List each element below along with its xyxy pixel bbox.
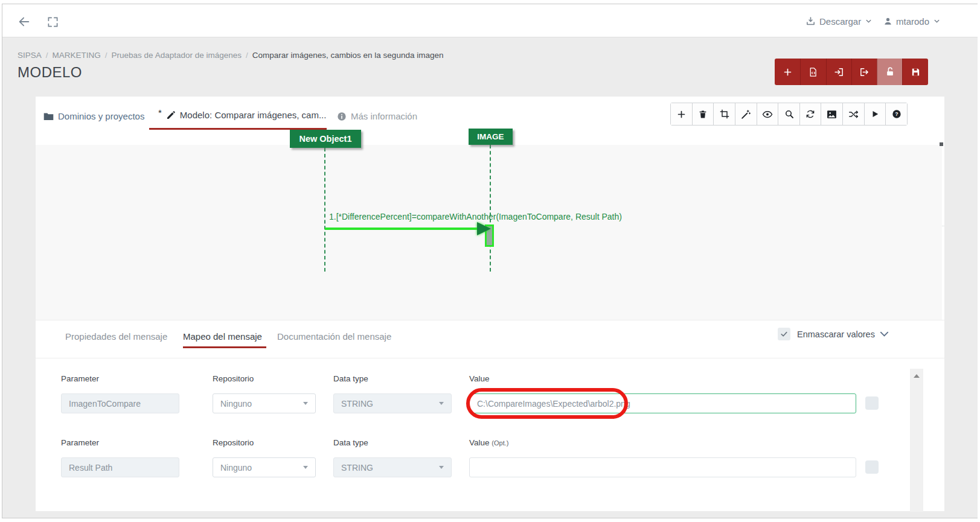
model-card: Dominios y proyectos * Modelo: Comparar …: [36, 97, 944, 511]
breadcrumb: SIPSA / MARKETING / Pruebas de Adaptador…: [18, 51, 443, 60]
unlock-icon: [885, 66, 895, 77]
delete-button[interactable]: [692, 103, 714, 125]
parameter-label: Parameter: [61, 374, 99, 383]
shuffle-icon: [848, 110, 859, 119]
message-arrow-line[interactable]: [325, 228, 478, 230]
select-caret-icon: [439, 402, 444, 405]
message-label[interactable]: 1.[*DifferencePercent]=compareWithAnothe…: [329, 212, 622, 221]
message-panel: Propiedades del mensaje Mapeo del mensaj…: [36, 320, 944, 511]
parameter-input[interactable]: ImagenToCompare: [61, 393, 179, 413]
tab-documentacion-del-mensaje[interactable]: Documentación del mensaje: [277, 331, 391, 342]
actor-new-object1[interactable]: New Object1: [290, 130, 361, 148]
value-label: Value (Opt.): [469, 438, 508, 447]
tab-label: Más información: [351, 111, 417, 121]
back-arrow-icon: [17, 15, 31, 28]
run-button[interactable]: [864, 103, 886, 125]
tab-propiedades-del-mensaje[interactable]: Propiedades del mensaje: [65, 331, 167, 342]
user-menu[interactable]: mtarodo: [883, 16, 941, 27]
chevron-down-icon: [865, 18, 873, 25]
page-title: MODELO: [18, 64, 82, 81]
message-arrowhead: [477, 222, 491, 235]
select-caret-icon: [439, 466, 444, 469]
file-code-icon: [808, 67, 818, 77]
mask-values-checkbox[interactable]: [778, 328, 790, 340]
user-icon: [883, 17, 892, 26]
parameter-label: Parameter: [61, 438, 99, 447]
breadcrumb-item[interactable]: SIPSA: [18, 51, 42, 60]
preview-button[interactable]: [757, 103, 778, 125]
image-button[interactable]: [821, 103, 842, 125]
breadcrumb-separator: /: [46, 51, 48, 60]
tab-modelo-active[interactable]: * Modelo: Comparar imágenes, cam...: [158, 110, 326, 120]
mask-values-label: Enmascarar valores: [797, 329, 875, 339]
tab-label: Modelo: Comparar imágenes, cam...: [180, 110, 327, 120]
value-input[interactable]: [469, 393, 856, 413]
breadcrumb-item[interactable]: Pruebas de Adaptador de imágenes: [112, 51, 242, 60]
repository-selected-value: Ninguno: [220, 463, 252, 473]
chevron-down-icon: [879, 328, 890, 340]
add-element-button[interactable]: [671, 103, 692, 125]
sign-in-icon: [834, 67, 844, 77]
info-icon: [337, 112, 347, 121]
crop-icon: [720, 109, 729, 119]
add-button[interactable]: [775, 59, 800, 85]
repository-label: Repositorio: [213, 374, 254, 383]
crop-button[interactable]: [713, 103, 735, 125]
datatype-select[interactable]: STRING: [333, 457, 452, 477]
value-label-suffix: (Opt.): [492, 439, 508, 447]
play-icon: [871, 110, 879, 118]
repository-select[interactable]: Ninguno: [213, 457, 316, 477]
vertical-scrollbar[interactable]: [910, 369, 923, 512]
search-button[interactable]: [778, 103, 799, 125]
tab-mas-informacion[interactable]: Más información: [337, 111, 417, 121]
sign-in-button[interactable]: [826, 59, 851, 85]
datatype-label: Data type: [333, 374, 368, 383]
magic-wand-icon: [741, 109, 751, 119]
model-action-buttons: [775, 59, 928, 85]
fullscreen-icon: [47, 16, 59, 28]
breadcrumb-item[interactable]: MARKETING: [53, 51, 101, 60]
save-icon: [911, 67, 921, 77]
sign-out-button[interactable]: [851, 59, 877, 85]
datatype-selected-value: STRING: [341, 463, 373, 473]
value-input[interactable]: [469, 457, 856, 477]
svg-text:?: ?: [895, 111, 898, 117]
select-caret-icon: [303, 402, 308, 405]
tab-dominios-y-proyectos[interactable]: Dominios y proyectos: [43, 111, 144, 121]
refresh-button[interactable]: [799, 103, 821, 125]
modified-marker: *: [158, 107, 162, 118]
lifeline-new-object1: [324, 148, 325, 272]
scroll-up-arrow-icon: [914, 374, 920, 378]
tab-label: Dominios y proyectos: [58, 111, 144, 121]
datatype-select[interactable]: STRING: [333, 393, 452, 413]
breadcrumb-item-current: Comparar imágenes, cambios en la segunda…: [252, 51, 444, 60]
save-button[interactable]: [902, 59, 927, 85]
pencil-icon: [166, 110, 176, 120]
breadcrumb-separator: /: [105, 51, 107, 60]
plus-icon: [676, 109, 687, 119]
value-option-checkbox[interactable]: [865, 396, 879, 410]
magic-wand-button[interactable]: [735, 103, 757, 125]
help-icon: ?: [892, 109, 902, 119]
download-menu[interactable]: Descargar: [805, 16, 873, 27]
back-button[interactable]: [17, 15, 31, 28]
export-file-button[interactable]: [800, 59, 825, 85]
application-window: Descargar mtarodo SIPSA / MARKETING / Pr…: [0, 0, 980, 522]
username-label: mtarodo: [896, 16, 929, 27]
panel-collapse-button[interactable]: [879, 328, 890, 340]
unlock-button[interactable]: [877, 59, 902, 85]
canvas-resize-handle: [940, 142, 943, 146]
tab-mapeo-del-mensaje-active[interactable]: Mapeo del mensaje: [183, 331, 262, 342]
value-label: Value: [469, 374, 490, 383]
actor-image[interactable]: IMAGE: [469, 129, 513, 145]
checkmark-icon: [780, 330, 788, 338]
sign-out-icon: [859, 67, 870, 77]
fullscreen-button[interactable]: [47, 16, 59, 28]
value-option-checkbox[interactable]: [865, 460, 879, 474]
plus-icon: [783, 67, 793, 77]
repository-select[interactable]: Ninguno: [213, 393, 316, 413]
help-button[interactable]: ?: [885, 103, 907, 125]
chevron-down-icon: [933, 18, 941, 25]
shuffle-button[interactable]: [842, 103, 864, 125]
parameter-input[interactable]: Result Path: [61, 457, 179, 477]
